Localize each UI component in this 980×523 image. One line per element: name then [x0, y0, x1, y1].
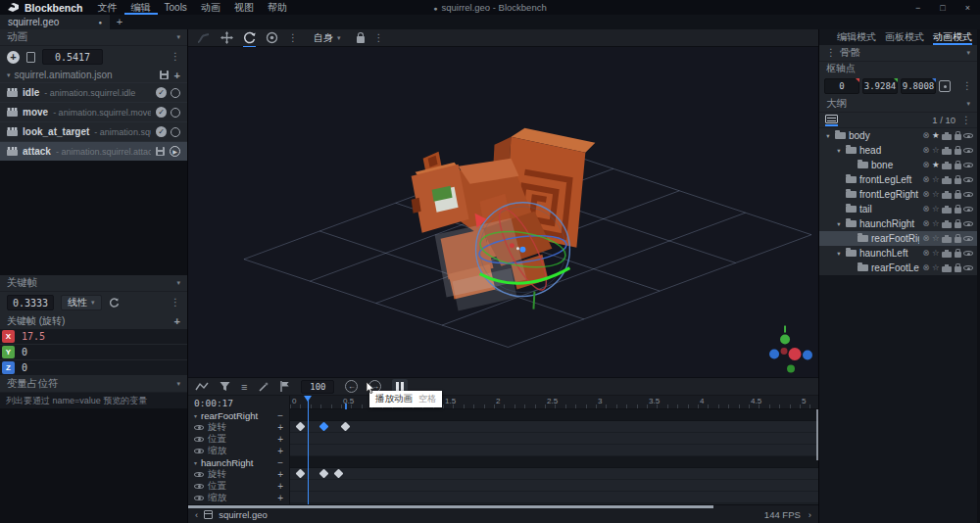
- animation-list-item[interactable]: move - animation.squirrel.move ✓ ▶: [0, 102, 187, 121]
- saved-check-icon[interactable]: ✓: [156, 107, 167, 118]
- camera-toggle-icon[interactable]: [942, 206, 952, 214]
- visibility-toggle-icon[interactable]: [963, 131, 973, 140]
- track-row-rotation[interactable]: [290, 421, 818, 433]
- add-keyframe-button[interactable]: +: [277, 446, 283, 456]
- timeline-vertical-scrollbar[interactable]: [816, 409, 818, 460]
- timeline-group-row[interactable]: ▾ rearFootRight −: [188, 409, 289, 421]
- ik-toggle-icon[interactable]: ⊗: [922, 175, 929, 184]
- chevron-down-icon[interactable]: ▾: [835, 220, 843, 228]
- viewport-scene[interactable]: [188, 47, 818, 376]
- motion-trail-icon[interactable]: [197, 32, 211, 44]
- expand-right-icon[interactable]: ›: [808, 509, 811, 520]
- saved-check-icon[interactable]: ✓: [156, 87, 167, 98]
- play-toggle-icon[interactable]: [171, 127, 180, 137]
- outliner-node[interactable]: ▾ frontLegRight ⊗: [819, 187, 977, 202]
- animation-list-item[interactable]: idle - animation.squirrel.idle ✓ ▶: [0, 82, 187, 102]
- camera-toggle-icon[interactable]: [942, 250, 952, 258]
- camera-toggle-icon[interactable]: [942, 162, 952, 169]
- camera-toggle-icon[interactable]: [942, 220, 952, 228]
- axis-value[interactable]: 0: [22, 347, 27, 357]
- chevron-down-icon[interactable]: ▾: [835, 147, 843, 155]
- track-row-scale[interactable]: [290, 445, 818, 456]
- outliner-node[interactable]: ▾ body ⊗: [819, 128, 977, 143]
- previous-keyframe-button[interactable]: ←: [345, 380, 358, 393]
- animation-file-row[interactable]: ▾ squirrel.animation.json +: [0, 68, 187, 82]
- add-keyframe-button[interactable]: +: [174, 315, 180, 327]
- timeline-horizontal-scrollbar[interactable]: [188, 505, 713, 508]
- camera-toggle-icon[interactable]: [942, 132, 952, 140]
- star-toggle-icon[interactable]: [932, 161, 940, 169]
- visibility-toggle-icon[interactable]: [963, 234, 973, 243]
- outliner-node[interactable]: ▾ tail ⊗: [819, 202, 977, 216]
- track-row-scale[interactable]: [290, 492, 818, 503]
- transform-space-dropdown[interactable]: 自身 ▾: [308, 30, 347, 46]
- playhead-handle[interactable]: [304, 396, 312, 402]
- placeholders-panel-header[interactable]: 变量占位符 ▾: [0, 376, 187, 393]
- outliner-node[interactable]: ▾ rearFootRight ⊗: [819, 231, 977, 246]
- pivot-z-input[interactable]: [901, 78, 936, 94]
- rotate-tool-icon[interactable]: [243, 31, 256, 44]
- visibility-toggle-icon[interactable]: [963, 190, 973, 199]
- eye-icon[interactable]: [194, 423, 204, 432]
- axis-value-row[interactable]: X 17.5: [0, 329, 187, 345]
- bone-panel-header[interactable]: ⋮ 骨骼 ▾: [819, 45, 977, 62]
- filter-icon[interactable]: [220, 381, 230, 392]
- minimize-button[interactable]: −: [906, 3, 930, 13]
- keyframe-diamond[interactable]: [340, 422, 350, 432]
- camera-toggle-icon[interactable]: [942, 264, 952, 272]
- keyframe-diamond[interactable]: [295, 422, 305, 432]
- track-row-position[interactable]: [290, 480, 818, 492]
- lock-toggle-icon[interactable]: [955, 149, 961, 155]
- star-toggle-icon[interactable]: [932, 263, 940, 272]
- keyframe-diamond[interactable]: [319, 422, 329, 432]
- saved-check-icon[interactable]: ✓: [156, 126, 167, 137]
- star-toggle-icon[interactable]: [932, 219, 940, 228]
- mode-tab[interactable]: 动画模式: [933, 29, 972, 45]
- timeline-group-row[interactable]: ▾ haunchRight −: [188, 456, 289, 468]
- timeline-channel-row[interactable]: 位置 +: [188, 433, 289, 445]
- add-keyframe-button[interactable]: +: [277, 434, 283, 445]
- mode-tab[interactable]: 编辑模式: [837, 29, 876, 45]
- axis-value[interactable]: 17.5: [22, 331, 45, 342]
- lock-toggle-icon[interactable]: [955, 164, 961, 169]
- ik-toggle-icon[interactable]: ⊗: [922, 131, 929, 140]
- ik-toggle-icon[interactable]: ⊗: [922, 234, 929, 243]
- ik-toggle-icon[interactable]: ⊗: [922, 161, 929, 169]
- animation-list-item[interactable]: look_at_target - animation.squirrel.look…: [0, 121, 187, 141]
- menu-item[interactable]: Tools: [158, 0, 194, 15]
- ik-toggle-icon[interactable]: ⊗: [922, 263, 929, 272]
- visibility-toggle-icon[interactable]: [963, 249, 973, 258]
- keyframe-panel-header[interactable]: 关键帧 ▾: [0, 275, 187, 292]
- eye-icon[interactable]: [194, 447, 204, 455]
- axis-value[interactable]: 0: [22, 362, 27, 373]
- timeline-channel-row[interactable]: 位置 +: [188, 480, 289, 492]
- lock-toggle-icon[interactable]: [955, 237, 961, 243]
- outliner-kebab-icon[interactable]: ⋮: [961, 116, 971, 125]
- animations-panel-header[interactable]: 动画 ▾: [0, 29, 187, 46]
- menu-item[interactable]: 视图: [227, 0, 261, 15]
- timeline-channel-row[interactable]: 旋转 +: [188, 421, 289, 433]
- axis-value-row[interactable]: Z 0: [0, 360, 187, 376]
- outliner-node[interactable]: ▾ haunchLeft ⊗: [819, 246, 977, 261]
- center-pivot-icon[interactable]: [939, 80, 951, 92]
- add-to-file-button[interactable]: +: [174, 70, 180, 81]
- add-keyframe-button[interactable]: +: [277, 481, 283, 492]
- star-toggle-icon[interactable]: [932, 249, 940, 258]
- ik-toggle-icon[interactable]: ⊗: [922, 146, 929, 155]
- lock-toggle-icon[interactable]: [955, 222, 961, 228]
- collapse-left-icon[interactable]: ‹: [195, 509, 198, 520]
- playhead[interactable]: [308, 396, 309, 504]
- camera-toggle-icon[interactable]: [942, 191, 952, 199]
- ik-toggle-icon[interactable]: ⊗: [922, 219, 929, 228]
- viewport-kebab-icon[interactable]: ⋮: [374, 33, 384, 43]
- timeline-channel-row[interactable]: 旋转 +: [188, 468, 289, 480]
- star-toggle-icon[interactable]: [932, 205, 940, 214]
- visibility-toggle-icon[interactable]: [963, 263, 973, 272]
- tab-squirrel-geo[interactable]: squirrel.geo ●: [0, 15, 110, 29]
- pivot-tool-icon[interactable]: [266, 31, 278, 44]
- star-toggle-icon[interactable]: [932, 146, 940, 155]
- camera-toggle-icon[interactable]: [942, 176, 952, 184]
- chevron-down-icon[interactable]: ▾: [835, 250, 843, 258]
- ik-toggle-icon[interactable]: ⊗: [922, 190, 929, 199]
- keyframe-diamond[interactable]: [319, 469, 329, 479]
